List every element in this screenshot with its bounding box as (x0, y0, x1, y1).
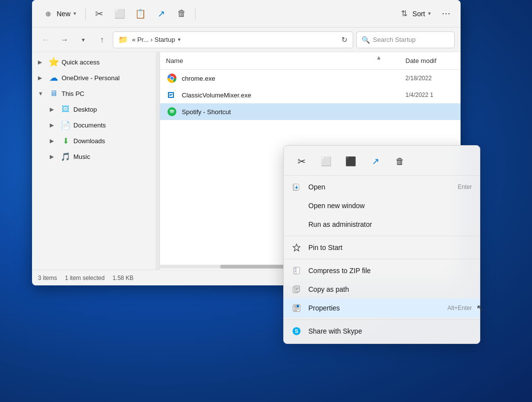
ctx-open-new-window-label: Open new window (308, 202, 472, 210)
recent-button[interactable]: ▾ (75, 32, 91, 48)
sidebar-label-downloads: Downloads (73, 137, 105, 145)
column-name[interactable]: Name (166, 54, 405, 67)
svg-rect-4 (169, 93, 173, 97)
new-label: New (57, 10, 70, 18)
search-placeholder: Search Startup (373, 36, 416, 43)
sidebar-item-desktop[interactable]: ▶ 🖼 Desktop (32, 101, 160, 117)
cut-button[interactable]: ✂ (90, 5, 108, 22)
sidebar-item-documents[interactable]: ▶ 📄 Documents (32, 117, 160, 133)
ctx-copy-as-path-label: Copy as path (308, 285, 472, 293)
file-name-spotify: Spotify - Shortcut (182, 108, 405, 116)
ctx-separator-2 (284, 259, 480, 259)
ctx-compress-zip-icon (292, 266, 301, 276)
ctx-cut-icon: ✂ (298, 155, 306, 167)
ctx-properties-label: Properties (308, 304, 440, 312)
copy-icon: ⬜ (114, 8, 125, 19)
ctx-open-shortcut: Enter (458, 184, 472, 190)
forward-button[interactable]: → (57, 32, 72, 48)
ctx-copy-as-path-icon (292, 284, 301, 294)
onedrive-icon: ☁ (49, 73, 59, 83)
ctx-item-copy-as-path[interactable]: Copy as path (284, 280, 480, 299)
cursor-indicator: ↖ (476, 303, 484, 313)
cut-icon: ✂ (94, 8, 104, 19)
ctx-share-skype-icon: S (292, 326, 301, 336)
back-button[interactable]: ← (38, 32, 54, 48)
quick-access-icon: ⭐ (49, 57, 59, 67)
address-bar[interactable]: 📁 « Pr... › Startup ▾ ↻ (113, 31, 353, 48)
sort-button[interactable]: ⇅ Sort ▾ (394, 5, 436, 22)
copy-button[interactable]: ⬜ (110, 5, 129, 22)
refresh-icon[interactable]: ↻ (341, 35, 348, 44)
ctx-item-properties[interactable]: Properties Alt+Enter ↖ (284, 299, 480, 317)
more-label: ··· (442, 8, 451, 19)
svg-text:S: S (295, 328, 298, 334)
expand-arrow-onedrive: ▶ (38, 75, 46, 81)
ctx-item-open[interactable]: Open Enter (284, 178, 480, 196)
items-count: 3 items (38, 275, 57, 281)
up-button[interactable]: ↑ (94, 32, 110, 48)
ctx-item-run-as-admin[interactable]: Run as administrator (284, 215, 480, 234)
spotify-icon (166, 106, 178, 118)
sidebar-scrollbar[interactable] (156, 52, 160, 270)
search-box[interactable]: 🔍 Search Startup (356, 31, 455, 48)
ctx-share-button[interactable]: ↗ (364, 152, 387, 171)
ctx-item-pin-to-start[interactable]: Pin to Start (284, 238, 480, 257)
address-row: ← → ▾ ↑ 📁 « Pr... › Startup ▾ ↻ 🔍 Search… (32, 28, 461, 52)
ctx-cut-button[interactable]: ✂ (290, 152, 313, 171)
ctx-item-share-skype[interactable]: S Share with Skype (284, 322, 480, 340)
sidebar-item-downloads[interactable]: ▶ ⬇ Downloads (32, 133, 160, 149)
sidebar-item-this-pc[interactable]: ▼ 🖥 This PC (32, 86, 160, 101)
file-size: 1.58 KB (112, 275, 133, 281)
context-menu-toolbar: ✂ ⬜ ⬛ ↗ 🗑 (284, 149, 480, 176)
ctx-share-skype-label: Share with Skype (308, 327, 472, 335)
sidebar-label-music: Music (73, 153, 90, 160)
address-path: « Pr... › Startup (132, 36, 175, 43)
svg-rect-13 (295, 271, 296, 272)
table-row[interactable]: Spotify - Shortcut (160, 103, 461, 120)
ctx-delete-icon: 🗑 (396, 156, 404, 167)
ctx-separator-3 (284, 319, 480, 320)
sidebar: ▶ ⭐ Quick access ▶ ☁ OneDrive - Personal… (32, 52, 160, 270)
sidebar-item-onedrive[interactable]: ▶ ☁ OneDrive - Personal (32, 70, 160, 86)
delete-button[interactable]: 🗑 (172, 5, 191, 22)
svg-rect-12 (295, 270, 296, 271)
sidebar-item-quick-access[interactable]: ▶ ⭐ Quick access (32, 54, 160, 70)
table-row[interactable]: ClassicVolumeMixer.exe 1/4/2022 1 (160, 87, 461, 103)
ctx-item-open-new-window[interactable]: Open new window (284, 196, 480, 215)
delete-icon: 🗑 (176, 8, 187, 19)
share-button[interactable]: ↗ (152, 5, 170, 22)
sort-indicator-icon: ▲ (376, 54, 382, 61)
paste-icon: 📋 (135, 8, 146, 19)
ctx-run-as-admin-label: Run as administrator (308, 220, 472, 228)
ctx-share-icon: ↗ (372, 156, 379, 167)
toolbar-separator-1 (85, 8, 86, 20)
sidebar-label-onedrive: OneDrive - Personal (62, 74, 120, 82)
new-icon: ⊕ (43, 8, 54, 19)
sort-label: Sort (412, 10, 425, 18)
more-button[interactable]: ··· (438, 5, 455, 22)
svg-point-7 (167, 107, 176, 116)
sidebar-item-music[interactable]: ▶ 🎵 Music (32, 149, 160, 164)
file-list-header: ▲ Name Date modif (160, 52, 461, 70)
ctx-open-new-window-icon (292, 201, 301, 211)
music-icon: 🎵 (61, 152, 70, 161)
table-row[interactable]: chrome.exe 2/18/2022 (160, 70, 461, 87)
svg-rect-24 (297, 305, 299, 307)
expand-arrow-downloads: ▶ (50, 138, 58, 144)
ctx-copy-button[interactable]: ⬜ (314, 152, 338, 171)
sidebar-label-documents: Documents (73, 122, 106, 129)
ctx-properties-shortcut: Alt+Enter (447, 305, 472, 311)
file-date-chrome: 2/18/2022 (405, 75, 455, 82)
expand-arrow-this-pc: ▼ (38, 91, 46, 96)
expand-arrow-documents: ▶ (50, 122, 58, 128)
column-date[interactable]: Date modif (405, 54, 455, 67)
desktop-icon: 🖼 (61, 104, 70, 114)
ctx-item-compress-zip[interactable]: Compress to ZIP file (284, 261, 480, 280)
new-button[interactable]: ⊕ New ▾ (38, 5, 81, 22)
ctx-delete-button[interactable]: 🗑 (388, 152, 412, 171)
ctx-pin-to-start-label: Pin to Start (308, 244, 472, 251)
ctx-compress-zip-label: Compress to ZIP file (308, 267, 472, 275)
ctx-properties-icon (292, 303, 301, 313)
paste-button[interactable]: 📋 (131, 5, 150, 22)
ctx-paste-button[interactable]: ⬛ (339, 152, 363, 171)
